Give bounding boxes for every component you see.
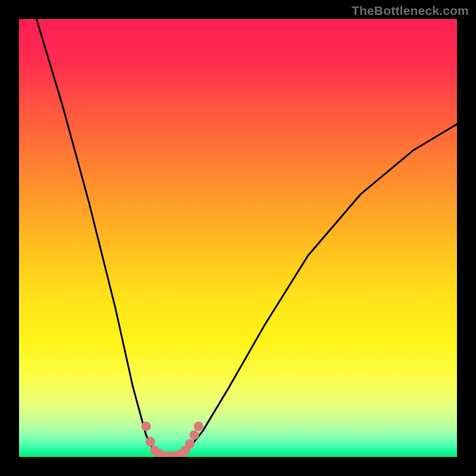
watermark-text: TheBottleneck.com — [352, 4, 469, 18]
curve-layer — [19, 19, 457, 457]
plot-area — [19, 19, 457, 457]
left-branch-curve — [36, 19, 172, 457]
chart-frame: TheBottleneck.com — [0, 0, 476, 476]
valley-marker-dot — [146, 437, 155, 446]
valley-marker-dot — [189, 430, 199, 440]
valley-markers — [141, 421, 203, 457]
valley-marker-dot — [141, 421, 151, 431]
valley-marker-dot — [194, 421, 203, 431]
right-branch-curve — [173, 124, 457, 457]
valley-marker-dot — [185, 439, 195, 449]
